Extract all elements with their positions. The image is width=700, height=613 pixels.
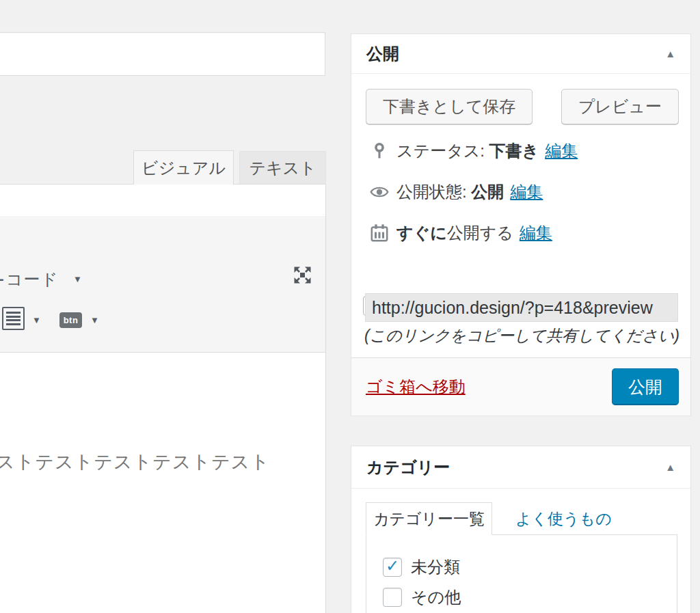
list-format-button[interactable]: [2, 307, 25, 330]
tab-text-editor[interactable]: テキスト: [239, 151, 326, 184]
editor-frame: ー コード ▼ ▼ btn ▼ ストテストテストテ: [0, 184, 326, 613]
post-title-input[interactable]: [0, 33, 325, 75]
category-label[interactable]: その他: [411, 586, 461, 608]
post-title-box: [0, 32, 325, 76]
calendar-icon: [370, 223, 389, 243]
publish-panel: 公開 ▲ 下書きとして保存 プレビュー ステータス: 下書き 編集 公開状態: …: [351, 33, 691, 416]
tab-all-categories[interactable]: カテゴリー一覧: [366, 502, 492, 535]
shortcode-label-fragment: ー: [0, 270, 5, 292]
schedule-text: 公開する: [447, 222, 513, 244]
schedule-row: すぐに公開する 編集: [370, 222, 552, 244]
publishing-actions-footer: ゴミ箱へ移動 公開: [351, 357, 690, 416]
list-item: その他: [383, 586, 461, 608]
pin-status-icon: [370, 141, 389, 161]
visibility-row: 公開状態: 公開 編集: [370, 181, 543, 203]
fullscreen-expand-icon[interactable]: [293, 266, 312, 284]
eye-visibility-icon: [370, 182, 389, 202]
status-value: 下書き: [489, 140, 539, 162]
category-checklist: ✓ 未分類 その他: [366, 534, 677, 613]
schedule-bold-text: すぐに: [396, 222, 447, 244]
preview-url-field[interactable]: [365, 293, 678, 322]
status-label: ステータス:: [396, 140, 485, 162]
editor-toolbar: ー コード ▼ ▼ btn ▼: [0, 218, 325, 353]
editor-menubar: [0, 185, 325, 217]
status-row: ステータス: 下書き 編集: [370, 140, 578, 162]
category-label[interactable]: 未分類: [411, 556, 460, 578]
tab-visual-editor[interactable]: ビジュアル: [133, 150, 234, 185]
editor-content-area[interactable]: ストテストテストテストテスト: [0, 353, 325, 613]
chevron-down-icon[interactable]: ▼: [90, 315, 99, 325]
check-icon: ✓: [386, 558, 399, 574]
post-body-text: ストテストテストテストテスト: [0, 450, 270, 474]
category-panel-title: カテゴリー: [366, 457, 450, 478]
edit-status-link[interactable]: 編集: [545, 140, 578, 162]
copy-link-note: (このリンクをコピーして共有してください): [364, 325, 679, 346]
list-item: ✓ 未分類: [383, 556, 460, 578]
category-panel-header[interactable]: カテゴリー ▲: [351, 446, 690, 489]
category-checkbox-checked[interactable]: ✓: [383, 558, 402, 577]
edit-schedule-link[interactable]: 編集: [520, 222, 552, 244]
wordpress-post-editor-screen: ビジュアル テキスト ー コード ▼ ▼ b: [0, 0, 700, 613]
chevron-down-icon[interactable]: ▼: [32, 315, 41, 325]
visibility-value: 公開: [471, 181, 504, 203]
collapse-arrow-icon[interactable]: ▲: [665, 48, 675, 59]
tab-most-used-categories[interactable]: よく使うもの: [506, 502, 621, 535]
collapse-arrow-icon[interactable]: ▲: [665, 461, 675, 473]
visibility-label: 公開状態:: [396, 181, 467, 203]
btn-shortcode-button[interactable]: btn: [59, 312, 82, 328]
edit-visibility-link[interactable]: 編集: [510, 181, 543, 203]
publish-panel-title: 公開: [366, 43, 399, 65]
chevron-down-icon[interactable]: ▼: [73, 274, 82, 284]
shortcode-dropdown[interactable]: コード: [6, 269, 58, 290]
category-panel: カテゴリー ▲ カテゴリー一覧 よく使うもの ✓ 未分類 その他: [351, 446, 691, 613]
publish-button[interactable]: 公開: [612, 368, 679, 405]
preview-button[interactable]: プレビュー: [561, 89, 679, 124]
category-checkbox-unchecked[interactable]: [383, 588, 402, 607]
save-draft-button[interactable]: 下書きとして保存: [366, 89, 533, 124]
publish-panel-header[interactable]: 公開 ▲: [351, 34, 690, 74]
move-to-trash-link[interactable]: ゴミ箱へ移動: [366, 376, 466, 398]
